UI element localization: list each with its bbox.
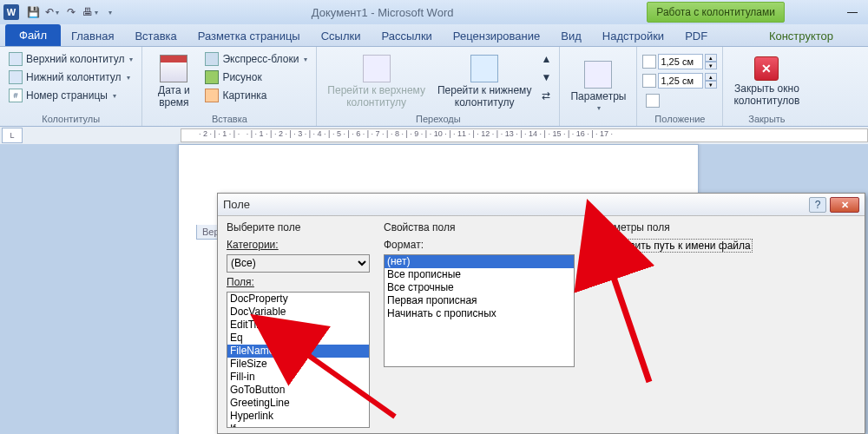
goto-header-icon [363, 55, 391, 82]
group-options: Параметры▾ [560, 47, 637, 126]
tab-file[interactable]: Файл [5, 24, 61, 46]
spin-up[interactable]: ▴ [705, 54, 717, 62]
contextual-tab-label: Работа с колонтитулами [647, 2, 785, 23]
ribbon: Верхний колонтитул▾ Нижний колонтитул▾ #… [0, 47, 868, 127]
tab-view[interactable]: Вид [550, 26, 592, 46]
next-section-button[interactable]: ▼ [538, 69, 554, 86]
field-item[interactable]: GoToButton [227, 384, 369, 397]
title-bar: W 💾 ↶▾ ↷ 🖶▾ ▾ Документ1 - Microsoft Word… [0, 0, 868, 24]
save-icon[interactable]: 💾 [24, 3, 42, 21]
add-path-checkbox[interactable] [589, 240, 600, 251]
group-headers-footers: Верхний колонтитул▾ Нижний колонтитул▾ #… [0, 47, 142, 126]
dialog-titlebar: Поле ? ✕ [218, 194, 865, 216]
format-item[interactable]: (нет) [385, 255, 574, 268]
format-listbox[interactable]: (нет)Все прописныеВсе строчныеПервая про… [384, 254, 575, 367]
field-item[interactable]: DocProperty [227, 293, 369, 306]
dialog-help-button[interactable]: ? [809, 197, 826, 213]
quick-access-toolbar: 💾 ↶▾ ↷ 🖶▾ ▾ [24, 3, 118, 21]
field-item[interactable]: Hyperlink [227, 410, 369, 423]
page-number-button[interactable]: #Номер страницы▾ [5, 87, 136, 104]
format-label: Формат: [384, 239, 575, 251]
ribbon-tabs: Файл Главная Вставка Разметка страницы С… [0, 24, 868, 47]
calendar-icon [160, 55, 187, 82]
categories-label: Категории: [227, 239, 370, 251]
goto-header-button[interactable]: Перейти к верхнему колонтитулу [322, 50, 431, 112]
group-label: Переходы [322, 112, 554, 126]
picture-button[interactable]: Рисунок [201, 69, 311, 86]
group-close: ✕ Закрыть окно колонтитулов Закрыть [723, 47, 810, 126]
footer-distance-input[interactable] [658, 73, 703, 89]
prev-section-button[interactable]: ▲ [538, 50, 554, 68]
ruler-bar: L · 2 · | · 1 · | · · | · 1 · | · 2 · | … [0, 127, 868, 144]
goto-footer-button[interactable]: Перейти к нижнему колонтитулу [432, 50, 537, 112]
qat-customize-icon[interactable]: ▾ [101, 3, 118, 21]
group-label: Положение [642, 112, 717, 126]
tab-layout[interactable]: Разметка страницы [187, 26, 311, 46]
header-button[interactable]: Верхний колонтитул▾ [5, 50, 136, 68]
dialog-close-button[interactable]: ✕ [830, 197, 859, 213]
margin-top-icon [642, 55, 656, 69]
section-field-options: Параметры поля [589, 221, 856, 233]
group-navigation: Перейти к верхнему колонтитулу Перейти к… [317, 47, 560, 126]
redo-icon[interactable]: ↷ [62, 3, 80, 21]
format-item[interactable]: Начинать с прописных [385, 307, 574, 320]
format-item[interactable]: Первая прописная [385, 294, 574, 307]
field-item[interactable]: FileSize [227, 358, 369, 371]
fields-listbox[interactable]: DocPropertyDocVariableEditTimeEqFileName… [227, 292, 370, 428]
tab-selector[interactable]: L [2, 128, 23, 143]
tab-pdf[interactable]: PDF [674, 26, 718, 46]
group-insert: Дата и время Экспресс-блоки▾ Рисунок Кар… [142, 47, 317, 126]
group-label: Колонтитулы [5, 112, 136, 126]
tab-constructor[interactable]: Конструктор [718, 26, 868, 46]
field-item[interactable]: If [227, 423, 369, 428]
word-app-icon: W [3, 4, 19, 20]
add-path-label[interactable]: Добавить путь к имени файла [603, 239, 753, 253]
section-field-props: Свойства поля [384, 221, 575, 233]
close-header-footer-button[interactable]: ✕ Закрыть окно колонтитулов [728, 50, 805, 112]
spin-down[interactable]: ▾ [705, 62, 717, 69]
spin-up[interactable]: ▴ [705, 73, 717, 81]
close-icon: ✕ [754, 56, 779, 81]
tab-mailings[interactable]: Рассылки [372, 26, 443, 46]
minimize-icon[interactable]: — [840, 6, 865, 18]
footer-button[interactable]: Нижний колонтитул▾ [5, 69, 136, 86]
field-item[interactable]: GreetingLine [227, 397, 369, 410]
date-time-button[interactable]: Дата и время [148, 50, 200, 112]
footer-from-bottom[interactable]: ▴▾ [642, 73, 717, 89]
tab-addins[interactable]: Надстройки [592, 26, 674, 46]
format-item[interactable]: Все прописные [385, 268, 574, 281]
quick-parts-button[interactable]: Экспресс-блоки▾ [201, 50, 311, 68]
options-button[interactable]: Параметры▾ [565, 50, 631, 122]
print-icon[interactable]: 🖶▾ [82, 3, 99, 21]
tab-review[interactable]: Рецензирование [443, 26, 550, 46]
format-item[interactable]: Все строчные [385, 281, 574, 294]
dialog-title: Поле [223, 198, 809, 211]
tab-insert[interactable]: Вставка [124, 26, 187, 46]
field-item[interactable]: Eq [227, 332, 369, 345]
margin-bottom-icon [642, 74, 656, 88]
spin-down[interactable]: ▾ [705, 81, 717, 89]
link-previous-button[interactable]: ⇄ [538, 87, 554, 104]
insert-alignment-tab[interactable] [642, 92, 717, 109]
clipart-button[interactable]: Картинка [201, 87, 311, 104]
group-position: ▴▾ ▴▾ Положение [637, 47, 723, 126]
fields-label: Поля: [227, 276, 370, 288]
tab-references[interactable]: Ссылки [311, 26, 372, 46]
group-label: Вставка [148, 112, 311, 126]
window-title: Документ1 - Microsoft Word [122, 6, 643, 19]
field-item[interactable]: EditTime [227, 319, 369, 332]
options-icon [584, 61, 612, 89]
field-item[interactable]: FileName [227, 345, 369, 358]
goto-footer-icon [470, 55, 498, 82]
tab-home[interactable]: Главная [61, 26, 124, 46]
field-item[interactable]: Fill-in [227, 371, 369, 384]
undo-icon[interactable]: ↶▾ [43, 3, 61, 21]
header-distance-input[interactable] [658, 54, 703, 69]
horizontal-ruler[interactable]: · 2 · | · 1 · | · · | · 1 · | · 2 · | · … [181, 128, 868, 142]
group-label [565, 122, 631, 126]
categories-combo[interactable]: (Все) [227, 254, 370, 273]
field-item[interactable]: DocVariable [227, 306, 369, 319]
section-choose-field: Выберите поле [227, 221, 370, 233]
field-dialog: Поле ? ✕ Выберите поле Категории: (Все) … [217, 193, 865, 434]
header-from-top[interactable]: ▴▾ [642, 54, 717, 69]
